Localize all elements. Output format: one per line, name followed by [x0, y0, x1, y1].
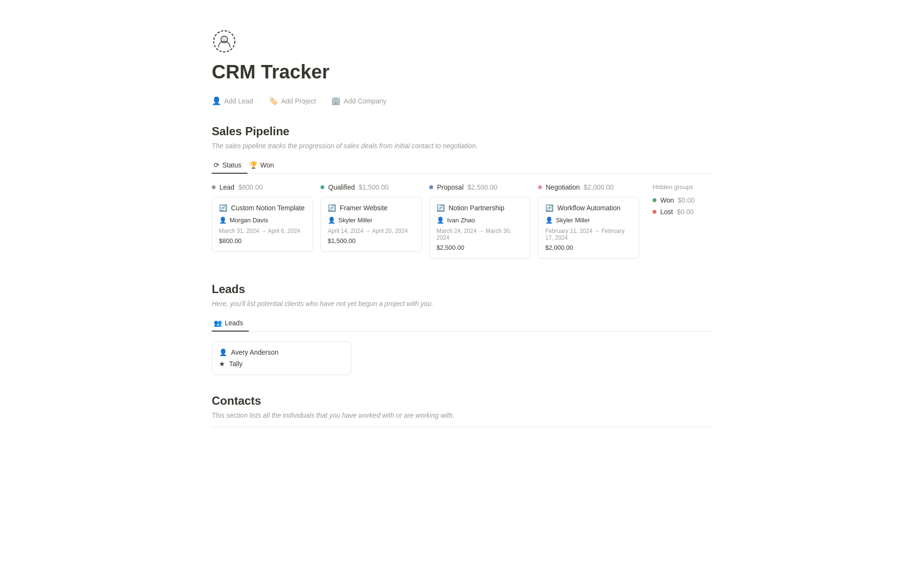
won-dot: [653, 198, 656, 202]
deal-amount: $800.00: [219, 237, 306, 244]
lost-dot: [653, 210, 656, 214]
negotiation-dot: [538, 185, 542, 189]
framer-icon: 🔄: [328, 204, 336, 212]
deal-title: 🔄 Custom Notion Template: [219, 204, 306, 212]
qualified-column-header: Qualified $1,500.00: [321, 183, 422, 191]
lead-card-avery[interactable]: 👤 Avery Anderson ★ Tally: [212, 341, 351, 375]
logo-icon: [212, 29, 712, 55]
person-icon: 👤: [219, 217, 227, 224]
contacts-section: Contacts This section lists all the indi…: [212, 394, 712, 427]
leads-tab-icon: 👥: [214, 319, 222, 327]
deal-card-notion-partnership[interactable]: 🔄 Notion Partnership 👤 Ivan Zhao March 2…: [429, 197, 530, 258]
pipeline-column-negotiation: Negotiation $2,000.00 🔄 Workflow Automat…: [538, 183, 639, 263]
deal-amount: $1,500.00: [328, 237, 414, 244]
contacts-divider: [212, 427, 712, 427]
deal-amount: $2,500.00: [436, 244, 523, 251]
deal-dates: February 11, 2024 → February 17, 2024: [545, 228, 632, 241]
deal-person: 👤 Skyler Miller: [328, 217, 414, 224]
lead-source: ★ Tally: [219, 360, 344, 368]
negotiation-column-header: Negotiation $2,000.00: [538, 183, 639, 191]
tab-status[interactable]: ⟳ Status: [212, 157, 247, 174]
lead-dot: [212, 185, 216, 189]
contacts-desc: This section lists all the individuals t…: [212, 411, 712, 419]
deal-amount: $2,000.00: [545, 244, 632, 251]
sales-pipeline-desc: The sales pipeline tracks the progressio…: [212, 142, 712, 150]
deal-title: 🔄 Workflow Automation: [545, 204, 632, 212]
sales-pipeline-title: Sales Pipeline: [212, 125, 712, 138]
deal-dates: March 24, 2024 → March 30, 2024: [436, 228, 523, 241]
company-icon: 🏢: [331, 96, 341, 105]
action-buttons: 👤 Add Lead 🏷️ Add Project 🏢 Add Company: [212, 96, 712, 105]
qualified-dot: [321, 185, 324, 189]
deal-title: 🔄 Notion Partnership: [436, 204, 523, 212]
proposal-column-header: Proposal $2,500.00: [429, 183, 530, 191]
hidden-group-lost: Lost $0.00: [653, 208, 695, 216]
contacts-title: Contacts: [212, 394, 712, 408]
deal-dates: April 14, 2024 → April 20, 2024: [328, 228, 414, 234]
page-title: CRM Tracker: [212, 61, 712, 83]
status-tab-icon: ⟳: [214, 161, 219, 169]
hidden-group-won: Won $0.00: [653, 196, 695, 204]
leads-content: 👤 Avery Anderson ★ Tally: [212, 341, 712, 375]
deal-title: 🔄 Framer Website: [328, 204, 414, 212]
tab-won[interactable]: 🏆 Won: [247, 157, 280, 174]
person-icon: 👤: [212, 96, 221, 105]
deal-card-framer[interactable]: 🔄 Framer Website 👤 Skyler Miller April 1…: [321, 197, 422, 252]
lead-source-icon: ★: [219, 360, 225, 368]
sales-pipeline-section: Sales Pipeline The sales pipeline tracks…: [212, 125, 712, 263]
partnership-icon: 🔄: [436, 204, 445, 212]
deal-person: 👤 Morgan Davis: [219, 217, 306, 224]
workflow-icon: 🔄: [545, 204, 553, 212]
proposal-dot: [429, 185, 433, 189]
pipeline-tabs: ⟳ Status 🏆 Won: [212, 157, 712, 174]
lead-person-icon: 👤: [219, 348, 227, 356]
lead-column-header: Lead $800.00: [212, 183, 313, 191]
add-lead-button[interactable]: 👤 Add Lead: [212, 96, 253, 105]
pipeline-column-lead: Lead $800.00 🔄 Custom Notion Template 👤 …: [212, 183, 313, 263]
leads-tabs: 👥 Leads: [212, 315, 712, 332]
tab-leads[interactable]: 👥 Leads: [212, 315, 249, 332]
pipeline-column-qualified: Qualified $1,500.00 🔄 Framer Website 👤 S…: [321, 183, 422, 263]
person-icon: 👤: [436, 217, 444, 224]
person-icon: 👤: [545, 217, 553, 224]
project-icon: 🏷️: [269, 96, 278, 105]
pipeline-column-proposal: Proposal $2,500.00 🔄 Notion Partnership …: [429, 183, 530, 263]
page-container: CRM Tracker 👤 Add Lead 🏷️ Add Project 🏢 …: [173, 0, 751, 456]
add-company-button[interactable]: 🏢 Add Company: [331, 96, 386, 105]
deal-person: 👤 Skyler Miller: [545, 217, 632, 224]
add-project-button[interactable]: 🏷️ Add Project: [269, 96, 316, 105]
person-icon: 👤: [328, 217, 335, 224]
notion-icon: 🔄: [219, 204, 227, 212]
deal-person: 👤 Ivan Zhao: [436, 217, 523, 224]
leads-section: Leads Here, you'll list potential client…: [212, 282, 712, 375]
lead-name: 👤 Avery Anderson: [219, 348, 344, 356]
leads-desc: Here, you'll list potential clients who …: [212, 300, 712, 308]
pipeline-board: Lead $800.00 🔄 Custom Notion Template 👤 …: [212, 183, 712, 263]
leads-title: Leads: [212, 282, 712, 296]
deal-dates: March 31, 2024 → April 6, 2024: [219, 228, 306, 234]
hidden-groups: Hidden groups Won $0.00 Lost $0.00: [647, 183, 695, 263]
deal-card-workflow[interactable]: 🔄 Workflow Automation 👤 Skyler Miller Fe…: [538, 197, 639, 258]
won-tab-icon: 🏆: [249, 161, 257, 169]
deal-card-custom-notion[interactable]: 🔄 Custom Notion Template 👤 Morgan Davis …: [212, 197, 313, 252]
